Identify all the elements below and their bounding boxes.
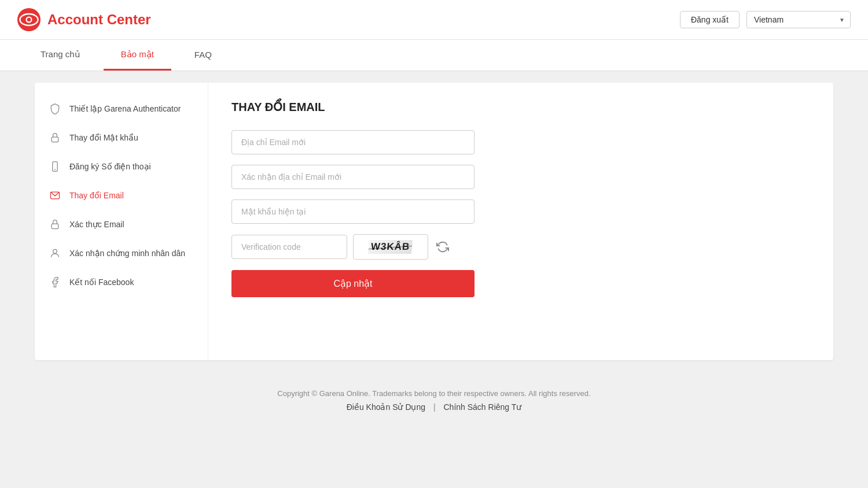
person-icon (49, 247, 61, 260)
sidebar-item-phone-label: Đăng ký Số điện thoại (69, 162, 151, 171)
tab-faq[interactable]: FAQ (177, 40, 229, 71)
nav-tabs: Trang chủ Bảo mật FAQ (0, 40, 868, 71)
svg-point-3 (27, 18, 31, 22)
captcha-text: W3KÂB (371, 241, 411, 252)
main-card: Thiết lập Garena Authenticator Thay đổi … (35, 83, 833, 360)
lock2-icon (49, 218, 61, 231)
section-title: THAY ĐỔI EMAIL (231, 100, 810, 114)
confirm-email-input[interactable] (231, 165, 475, 189)
submit-button[interactable]: Cập nhật (231, 270, 475, 297)
facebook-icon (49, 276, 61, 289)
header: Account Center Đăng xuất Vietnam (0, 0, 868, 40)
verification-code-input[interactable] (231, 235, 347, 259)
sidebar-item-password[interactable]: Thay đổi Mật khẩu (35, 123, 208, 152)
sidebar-item-authenticator[interactable]: Thiết lập Garena Authenticator (35, 94, 208, 123)
sidebar-item-phone[interactable]: Đăng ký Số điện thoại (35, 152, 208, 181)
footer-privacy-link[interactable]: Chính Sách Riêng Tư (444, 402, 522, 412)
refresh-captcha-button[interactable] (434, 238, 451, 256)
new-email-input[interactable] (231, 130, 475, 154)
email-icon (49, 189, 61, 202)
footer-copyright: Copyright © Garena Online. Trademarks be… (12, 389, 856, 398)
sidebar-item-email[interactable]: Thay đổi Email (35, 181, 208, 210)
captcha-row: W3KÂB (231, 234, 810, 260)
submit-group: Cập nhật (231, 270, 810, 297)
shield-icon (49, 102, 61, 115)
sidebar-item-id-verify[interactable]: Xác nhận chứng minh nhân dân (35, 239, 208, 268)
country-selector-wrapper: Vietnam (746, 11, 851, 28)
country-select[interactable]: Vietnam (746, 11, 851, 28)
svg-point-9 (53, 249, 57, 253)
sidebar-item-id-verify-label: Xác nhận chứng minh nhân dân (69, 249, 185, 258)
footer: Copyright © Garena Online. Trademarks be… (0, 372, 868, 429)
current-password-input[interactable] (231, 199, 475, 224)
phone-icon (49, 160, 61, 173)
new-email-group (231, 130, 810, 154)
content-panel: THAY ĐỔI EMAIL W3KÂB (208, 83, 833, 360)
tab-home[interactable]: Trang chủ (23, 40, 98, 71)
sidebar-item-email-label: Thay đổi Email (69, 191, 124, 200)
tab-security[interactable]: Bảo mật (104, 40, 171, 71)
header-title: Account Center (47, 12, 151, 28)
svg-rect-4 (52, 137, 58, 142)
sidebar: Thiết lập Garena Authenticator Thay đổi … (35, 83, 208, 360)
confirm-email-group (231, 165, 810, 189)
footer-terms-link[interactable]: Điều Khoản Sử Dụng (347, 402, 425, 412)
header-right: Đăng xuất Vietnam (680, 11, 851, 28)
sidebar-item-facebook-label: Kết nối Facebook (69, 278, 134, 287)
footer-separator: | (433, 402, 436, 412)
logout-button[interactable]: Đăng xuất (680, 11, 740, 28)
sidebar-item-password-label: Thay đổi Mật khẩu (69, 133, 138, 142)
footer-links: Điều Khoản Sử Dụng | Chính Sách Riêng Tư (12, 402, 856, 412)
sidebar-item-verify-email-label: Xác thực Email (69, 220, 124, 229)
svg-rect-8 (52, 224, 58, 228)
captcha-image: W3KÂB (353, 234, 428, 260)
lock-icon (49, 131, 61, 144)
current-password-group (231, 199, 810, 224)
header-left: Account Center (17, 8, 151, 31)
sidebar-item-facebook[interactable]: Kết nối Facebook (35, 268, 208, 297)
main-content: Thiết lập Garena Authenticator Thay đổi … (0, 71, 868, 372)
sidebar-item-authenticator-label: Thiết lập Garena Authenticator (69, 104, 181, 113)
garena-logo-icon (17, 8, 41, 31)
sidebar-item-verify-email[interactable]: Xác thực Email (35, 210, 208, 239)
